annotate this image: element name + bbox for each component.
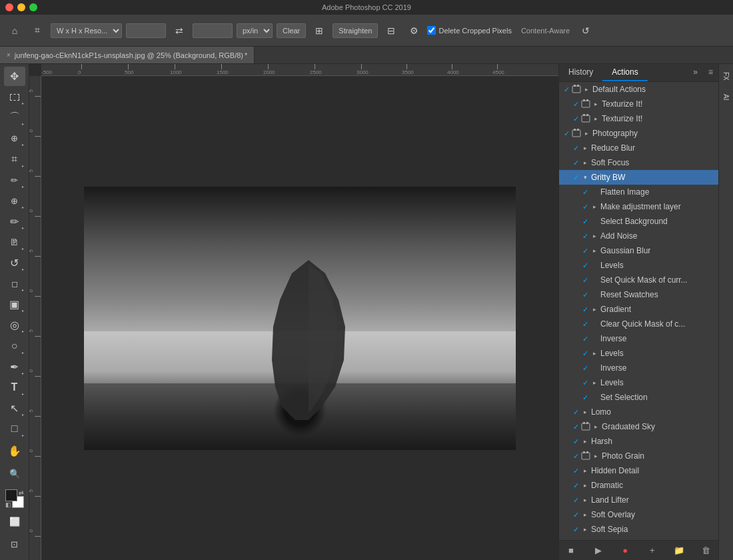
expand-icon-set-selection[interactable] — [590, 393, 599, 402]
action-row-land-lifter[interactable]: ✓▸Land Lifter — [559, 493, 718, 507]
move-tool[interactable]: ✥ — [4, 67, 25, 86]
action-row-levels-2[interactable]: ✓▸Levels — [559, 346, 718, 361]
action-checkbox-inverse-1[interactable]: ✓ — [580, 334, 590, 343]
crop-tool-icon[interactable]: ⌗ — [28, 21, 47, 40]
expand-icon-texturize-2[interactable]: ▸ — [591, 114, 600, 123]
action-checkbox-photo-grain[interactable]: ✓ — [571, 451, 580, 461]
action-checkbox-levels-1[interactable]: ✓ — [580, 261, 590, 270]
action-checkbox-texturize-2[interactable]: ✓ — [571, 114, 580, 123]
file-tab[interactable]: × junfeng-gao-cEknN1ckP1s-unsplash.jpg @… — [0, 47, 255, 63]
action-row-flatten-image[interactable]: ✓Flatten Image — [559, 185, 718, 199]
expand-icon-select-background[interactable] — [590, 217, 599, 226]
history-brush-tool[interactable]: ↺ ▸ — [4, 253, 25, 273]
expand-icon-harsh[interactable]: ▸ — [580, 437, 590, 446]
action-checkbox-levels-3[interactable]: ✓ — [580, 378, 590, 387]
quick-select-tool[interactable]: ⊕ ▸ — [4, 129, 25, 148]
expand-icon-make-adj-layer[interactable]: ▸ — [590, 202, 599, 211]
action-checkbox-land-lifter[interactable]: ✓ — [571, 495, 580, 505]
action-checkbox-hidden-detail[interactable]: ✓ — [571, 466, 580, 475]
maximize-button[interactable] — [29, 3, 37, 11]
expand-icon-levels-1[interactable] — [590, 261, 599, 270]
action-checkbox-gradient[interactable]: ✓ — [580, 305, 590, 314]
action-checkbox-soft-focus[interactable]: ✓ — [571, 158, 580, 167]
action-checkbox-set-selection[interactable]: ✓ — [580, 393, 590, 402]
action-row-reduce-blur[interactable]: ✓▸Reduce Blur — [559, 141, 718, 155]
collapsed-panel-2[interactable]: AI — [720, 88, 732, 107]
action-row-inverse-1[interactable]: ✓Inverse — [559, 331, 718, 346]
expand-icon-soft-overlay[interactable]: ▸ — [580, 510, 590, 519]
swap-icon[interactable]: ⇄ — [170, 21, 189, 40]
height-input[interactable] — [193, 23, 233, 38]
quick-mask-toggle[interactable]: ⬜ — [4, 511, 25, 532]
expand-icon-add-noise[interactable]: ▸ — [590, 231, 599, 241]
action-row-reset-swatches[interactable]: ✓Reset Swatches — [559, 287, 718, 302]
expand-icon-reduce-blur[interactable]: ▸ — [580, 143, 590, 153]
action-checkbox-photography-folder[interactable]: ✓ — [562, 129, 571, 138]
action-row-photo-grain[interactable]: ✓▸Photo Grain — [559, 449, 718, 463]
expand-icon-levels-2[interactable]: ▸ — [590, 349, 599, 358]
expand-icon-photo-grain[interactable]: ▸ — [591, 451, 600, 461]
default-colors-icon[interactable]: ◧ — [5, 501, 11, 508]
minimize-button[interactable] — [17, 3, 25, 11]
crop-size-select[interactable]: W x H x Reso... — [51, 23, 122, 38]
eyedropper-tool[interactable]: ✏ ▸ — [4, 171, 25, 190]
action-row-set-quick-mask[interactable]: ✓Set Quick Mask of curr... — [559, 273, 718, 287]
action-row-hidden-detail[interactable]: ✓▸Hidden Detail — [559, 463, 718, 478]
action-row-set-selection[interactable]: ✓Set Selection — [559, 390, 718, 405]
canvas-photo[interactable] — [84, 187, 516, 450]
action-checkbox-lomo[interactable]: ✓ — [571, 407, 580, 417]
history-tab[interactable]: History — [559, 64, 602, 81]
action-checkbox-make-adj-layer[interactable]: ✓ — [580, 202, 590, 211]
action-row-make-adj-layer[interactable]: ✓▸Make adjustment layer — [559, 199, 718, 214]
action-checkbox-flatten-image[interactable]: ✓ — [580, 187, 590, 197]
action-row-soft-overlay[interactable]: ✓▸Soft Overlay — [559, 507, 718, 522]
action-row-select-background[interactable]: ✓Select Background — [559, 214, 718, 229]
new-folder-button[interactable]: 📁 — [672, 544, 686, 557]
expand-icon-default-actions-folder[interactable]: ▸ — [582, 85, 591, 94]
action-row-soft-sepia[interactable]: ✓▸Soft Sepia — [559, 522, 718, 537]
units-select[interactable]: px/in — [237, 23, 273, 38]
action-row-default-actions-folder[interactable]: ✓▸Default Actions — [559, 82, 718, 97]
action-row-gradient[interactable]: ✓▸Gradient — [559, 302, 718, 317]
expand-icon-reset-swatches[interactable] — [590, 290, 599, 299]
path-select-tool[interactable]: ↖ ▸ — [4, 399, 25, 418]
expand-icon-clear-quick-mask[interactable] — [590, 319, 599, 329]
action-checkbox-gritty-bw[interactable]: ✓ — [571, 173, 580, 182]
action-checkbox-inverse-2[interactable]: ✓ — [580, 363, 590, 373]
expand-icon-hidden-detail[interactable]: ▸ — [580, 466, 590, 475]
action-checkbox-graduated-sky[interactable]: ✓ — [571, 422, 580, 431]
delete-cropped-label[interactable]: Delete Cropped Pixels — [427, 26, 511, 35]
new-action-button[interactable]: + — [646, 544, 659, 557]
action-row-photography-folder[interactable]: ✓▸Photography — [559, 126, 718, 141]
color-swatches[interactable]: ⇄ ◧ — [5, 489, 24, 508]
action-row-texturize-2[interactable]: ✓▸Texturize It! — [559, 111, 718, 126]
crop-tool[interactable]: ⌗ ▸ — [4, 149, 25, 169]
panel-menu-icon[interactable]: ≡ — [703, 64, 718, 81]
panel-content[interactable]: ✓▸Default Actions✓▸Texturize It!✓▸Textur… — [559, 82, 718, 540]
screen-mode-btn[interactable]: ⊡ — [4, 533, 25, 555]
marquee-tool[interactable]: ▸ — [4, 87, 25, 107]
expand-icon-soft-sepia[interactable]: ▸ — [580, 525, 590, 534]
lasso-tool[interactable]: ⌒ ▸ — [4, 108, 25, 127]
action-row-add-noise[interactable]: ✓▸Add Noise — [559, 229, 718, 243]
expand-icon-gritty-bw[interactable]: ▾ — [580, 173, 590, 182]
foreground-color-swatch[interactable] — [5, 489, 17, 501]
action-row-texturize-1[interactable]: ✓▸Texturize It! — [559, 97, 718, 111]
action-checkbox-default-actions-folder[interactable]: ✓ — [562, 85, 571, 94]
panel-expand-icon[interactable]: » — [688, 64, 703, 81]
action-row-levels-3[interactable]: ✓▸Levels — [559, 375, 718, 390]
dodge-tool[interactable]: ○ ▸ — [4, 336, 25, 355]
text-tool[interactable]: T ▸ — [4, 378, 25, 397]
action-row-gaussian-blur[interactable]: ✓▸Gaussian Blur — [559, 243, 718, 258]
action-row-clear-quick-mask[interactable]: ✓Clear Quick Mask of c... — [559, 317, 718, 331]
delete-button[interactable]: 🗑 — [700, 544, 713, 557]
reset-icon[interactable]: ↺ — [576, 21, 595, 40]
expand-icon-photography-folder[interactable]: ▸ — [582, 129, 591, 138]
action-checkbox-select-background[interactable]: ✓ — [580, 217, 590, 226]
width-input[interactable] — [126, 23, 166, 38]
expand-icon-dramatic[interactable]: ▸ — [580, 481, 590, 490]
blur-tool[interactable]: ◎ ▸ — [4, 315, 25, 335]
action-checkbox-gaussian-blur[interactable]: ✓ — [580, 246, 590, 255]
grid-icon[interactable]: ⊞ — [310, 21, 329, 40]
expand-icon-lomo[interactable]: ▸ — [580, 407, 590, 417]
